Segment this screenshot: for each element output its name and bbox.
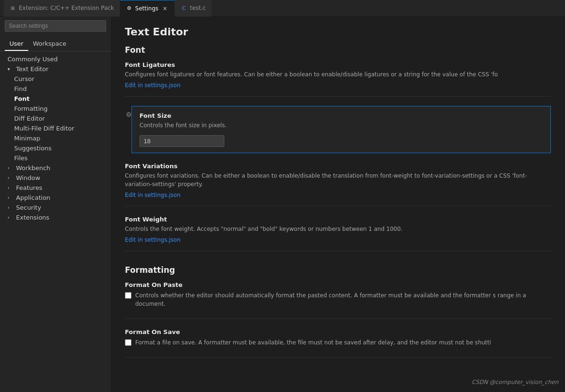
settings-tab[interactable]: ⚙ Settings ×: [120, 0, 175, 16]
extension-tab[interactable]: ⊞ Extension: C/C++ Extension Pack: [4, 0, 120, 16]
tab-workspace[interactable]: Workspace: [28, 38, 71, 51]
sidebar-item-suggestions[interactable]: Suggestions: [0, 143, 111, 153]
sidebar-item-font[interactable]: Font: [0, 94, 111, 104]
format-on-paste-row: Controls whether the editor should autom…: [125, 291, 551, 311]
sidebar-item-commonly-used[interactable]: Commonly Used: [0, 54, 111, 64]
settings-icon: ⚙: [126, 5, 132, 12]
search-bar: [0, 16, 111, 35]
sidebar-item-application[interactable]: › Application: [0, 193, 111, 203]
sidebar-item-text-editor[interactable]: ▾ Text Editor: [0, 64, 111, 74]
extension-tab-label: Extension: C/C++ Extension Pack: [19, 5, 114, 11]
setting-font-ligatures: Font Ligatures Configures font ligatures…: [125, 61, 551, 97]
test-c-tab[interactable]: C test.c: [175, 0, 212, 16]
settings-tabs: User Workspace: [0, 35, 111, 51]
font-ligatures-desc: Configures font ligatures or font featur…: [125, 70, 551, 79]
setting-font-size: Font Size Controls the font size in pixe…: [131, 106, 551, 153]
setting-format-on-paste: Format On Paste Controls whether the edi…: [125, 281, 551, 319]
sidebar-item-cursor[interactable]: Cursor: [0, 74, 111, 84]
nav-tree: Commonly Used ▾ Text Editor Cursor Find …: [0, 51, 111, 392]
sidebar-item-diff-editor[interactable]: Diff Editor: [0, 114, 111, 123]
chevron-features: ›: [8, 185, 14, 190]
setting-font-variations: Font Variations Configures font variatio…: [125, 163, 551, 206]
page-title: Text Editor: [125, 26, 551, 38]
chevron-workbench: ›: [8, 165, 14, 171]
sidebar-item-features[interactable]: › Features: [0, 183, 111, 193]
sidebar-item-security[interactable]: › Security: [0, 203, 111, 212]
font-size-input[interactable]: [139, 135, 224, 147]
sidebar-item-minimap[interactable]: Minimap: [0, 133, 111, 143]
titlebar: ⊞ Extension: C/C++ Extension Pack ⚙ Sett…: [0, 0, 565, 16]
font-weight-label: Font Weight: [125, 216, 551, 223]
sidebar-item-multi-file-diff-editor[interactable]: Multi-File Diff Editor: [0, 123, 111, 133]
sidebar-item-workbench[interactable]: › Workbench: [0, 163, 111, 173]
sidebar-item-formatting[interactable]: Formatting: [0, 104, 111, 114]
main-layout: User Workspace Commonly Used ▾ Text Edit…: [0, 16, 565, 392]
sidebar-item-files[interactable]: Files: [0, 153, 111, 163]
setting-format-on-save: Format On Save Format a file on save. A …: [125, 328, 551, 358]
formatting-section-title: Formatting: [125, 265, 551, 275]
font-section-title: Font: [125, 45, 551, 55]
format-on-save-row: Format a file on save. A formatter must …: [125, 338, 551, 350]
settings-tab-label: Settings: [135, 5, 158, 12]
font-ligatures-edit-link[interactable]: Edit in settings.json: [125, 82, 180, 89]
chevron-extensions: ›: [8, 215, 14, 220]
watermark: CSDN @computer_vision_chen: [472, 379, 558, 385]
chevron-application: ›: [8, 195, 14, 200]
font-weight-edit-link[interactable]: Edit in settings.json: [125, 237, 180, 243]
setting-font-weight: Font Weight Controls the font weight. Ac…: [125, 216, 551, 251]
sidebar: User Workspace Commonly Used ▾ Text Edit…: [0, 16, 111, 392]
settings-tab-close[interactable]: ×: [161, 5, 169, 12]
font-size-label: Font Size: [139, 112, 543, 119]
font-variations-desc: Configures font variations. Can be eithe…: [125, 172, 551, 188]
sidebar-item-find[interactable]: Find: [0, 84, 111, 94]
format-on-save-label: Format On Save: [125, 328, 551, 335]
c-file-icon: C: [180, 5, 187, 11]
content-area: Text Editor Font Font Ligatures Configur…: [111, 16, 565, 392]
search-input[interactable]: [5, 20, 106, 32]
font-variations-edit-link[interactable]: Edit in settings.json: [125, 192, 180, 198]
gear-icon[interactable]: ⚙: [126, 111, 132, 118]
chevron-security: ›: [8, 205, 14, 210]
format-on-save-checkbox[interactable]: [125, 339, 131, 346]
extension-icon: ⊞: [9, 5, 16, 11]
font-ligatures-label: Font Ligatures: [125, 61, 551, 68]
chevron-text-editor: ▾: [8, 66, 14, 72]
sidebar-item-window[interactable]: › Window: [0, 173, 111, 183]
chevron-window: ›: [8, 175, 14, 180]
format-on-paste-label: Format On Paste: [125, 281, 551, 288]
format-on-save-desc: Format a file on save. A formatter must …: [135, 338, 491, 347]
format-on-paste-checkbox[interactable]: [125, 292, 131, 299]
font-weight-desc: Controls the font weight. Accepts "norma…: [125, 225, 551, 233]
formatting-section: Formatting Format On Paste Controls whet…: [125, 265, 551, 358]
sidebar-item-extensions[interactable]: › Extensions: [0, 212, 111, 222]
font-size-desc: Controls the font size in pixels.: [139, 121, 543, 130]
tab-user[interactable]: User: [5, 38, 28, 51]
format-on-paste-desc: Controls whether the editor should autom…: [135, 291, 551, 308]
font-variations-label: Font Variations: [125, 163, 551, 170]
test-c-tab-label: test.c: [190, 5, 205, 11]
